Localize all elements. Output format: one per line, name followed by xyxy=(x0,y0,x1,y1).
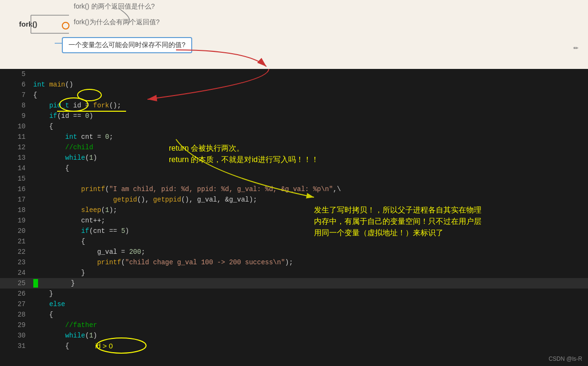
line-number: 25 xyxy=(0,278,31,289)
line-number: 6 xyxy=(0,79,31,90)
table-row: 29 //father xyxy=(0,320,588,330)
line-content: } xyxy=(31,289,588,299)
table-row: 10 { xyxy=(0,121,588,132)
table-row: 12 //child xyxy=(0,142,588,153)
line-number: 21 xyxy=(0,236,31,247)
table-row: 11 int cnt = 0; xyxy=(0,132,588,142)
line-number: 9 xyxy=(0,111,31,121)
line-content: if(cnt == 5) xyxy=(31,226,588,236)
table-row: 13 while(1) xyxy=(0,153,588,163)
question2: fork()为什么会有两个返回值? xyxy=(74,18,159,27)
line-number: 28 xyxy=(0,309,31,320)
line-content: { xyxy=(31,121,588,132)
line-content: else xyxy=(31,299,588,309)
table-row: 8 pid_t id = fork(); xyxy=(0,100,588,111)
line-number: 18 xyxy=(0,205,31,215)
line-number: 22 xyxy=(0,247,31,257)
line-number: 27 xyxy=(0,299,31,309)
line-number: 24 xyxy=(0,268,31,278)
annotation-area: fork() 的两个返回值是什么? fork() fork()为什么会有两个返回… xyxy=(0,0,588,69)
table-row: 14 { xyxy=(0,163,588,173)
line-content: } xyxy=(31,268,588,278)
line-number: 26 xyxy=(0,289,31,299)
circle-bullet xyxy=(62,22,69,29)
fork-label: fork() xyxy=(19,20,37,28)
line-number: 5 xyxy=(0,69,31,79)
line-content: sleep(1); xyxy=(31,205,588,215)
line-content: { xyxy=(31,163,588,173)
line-content: if(id == 0) xyxy=(31,111,588,121)
cursor xyxy=(33,279,38,288)
line-content: int cnt = 0; xyxy=(31,132,588,142)
line-content: printf("I am child, pid: %d, ppid: %d, g… xyxy=(31,184,588,194)
line-number: 20 xyxy=(0,226,31,236)
table-row: 27 else xyxy=(0,299,588,309)
line-content: pid_t id = fork(); xyxy=(31,100,588,111)
line-content: cnt++; xyxy=(31,215,588,226)
line-number: 30 xyxy=(0,330,31,341)
line-number: 31 xyxy=(0,341,31,351)
line-number: 29 xyxy=(0,320,31,330)
table-row: 16 printf("I am child, pid: %d, ppid: %d… xyxy=(0,184,588,194)
line-number: 19 xyxy=(0,215,31,226)
table-row: 6 int main() xyxy=(0,79,588,90)
question3: 一个变量怎么可能会同时保存不同的值? xyxy=(62,37,192,53)
line-content: //child xyxy=(31,142,588,153)
code-table: 5 6 int main() 7 { 8 pid_t id = fork(); … xyxy=(0,69,588,351)
line-content xyxy=(31,173,588,184)
code-area: 5 6 int main() 7 { 8 pid_t id = fork(); … xyxy=(0,69,588,366)
table-row: 22 g_val = 200; xyxy=(0,247,588,257)
line-content: { xyxy=(31,309,588,320)
line-number: 16 xyxy=(0,184,31,194)
line-number: 10 xyxy=(0,121,31,132)
line-content: //father xyxy=(31,320,588,330)
line-number: 23 xyxy=(0,257,31,268)
line-number: 14 xyxy=(0,163,31,173)
line-content: { xyxy=(31,236,588,247)
table-row: 31 { xyxy=(0,341,588,351)
line-content: } xyxy=(31,278,588,289)
line-content: { xyxy=(31,90,588,100)
table-row: 26 } xyxy=(0,289,588,299)
line-number: 11 xyxy=(0,132,31,142)
pencil-icon: ✏ xyxy=(573,42,578,52)
line-number: 7 xyxy=(0,90,31,100)
line-content: while(1) xyxy=(31,330,588,341)
table-row: 20 if(cnt == 5) xyxy=(0,226,588,236)
line-content: printf("child chage g_val 100 -> 200 suc… xyxy=(31,257,588,268)
line-content xyxy=(31,69,588,79)
table-row: 19 cnt++; xyxy=(0,215,588,226)
line-number: 13 xyxy=(0,153,31,163)
table-row: 5 xyxy=(0,69,588,79)
table-row: 21 { xyxy=(0,236,588,247)
table-row: 25 } xyxy=(0,278,588,289)
line-content: int main() xyxy=(31,79,588,90)
table-row: 18 sleep(1); xyxy=(0,205,588,215)
question1: fork() 的两个返回值是什么? xyxy=(74,2,155,11)
table-row: 7 { xyxy=(0,90,588,100)
table-row: 15 xyxy=(0,173,588,184)
line-number: 15 xyxy=(0,173,31,184)
line-number: 8 xyxy=(0,100,31,111)
csdn-watermark: CSDN @ls-R xyxy=(549,356,582,362)
table-row: 30 while(1) xyxy=(0,330,588,341)
table-row: 28 { xyxy=(0,309,588,320)
table-row: 9 if(id == 0) xyxy=(0,111,588,121)
line-content: { xyxy=(31,341,588,351)
line-content: g_val = 200; xyxy=(31,247,588,257)
table-row: 23 printf("child chage g_val 100 -> 200 … xyxy=(0,257,588,268)
line-content: while(1) xyxy=(31,153,588,163)
line-number: 12 xyxy=(0,142,31,153)
line-content: getpid(), getppid(), g_val, &g_val); xyxy=(31,194,588,205)
line-number: 17 xyxy=(0,194,31,205)
table-row: 24 } xyxy=(0,268,588,278)
table-row: 17 getpid(), getppid(), g_val, &g_val); xyxy=(0,194,588,205)
